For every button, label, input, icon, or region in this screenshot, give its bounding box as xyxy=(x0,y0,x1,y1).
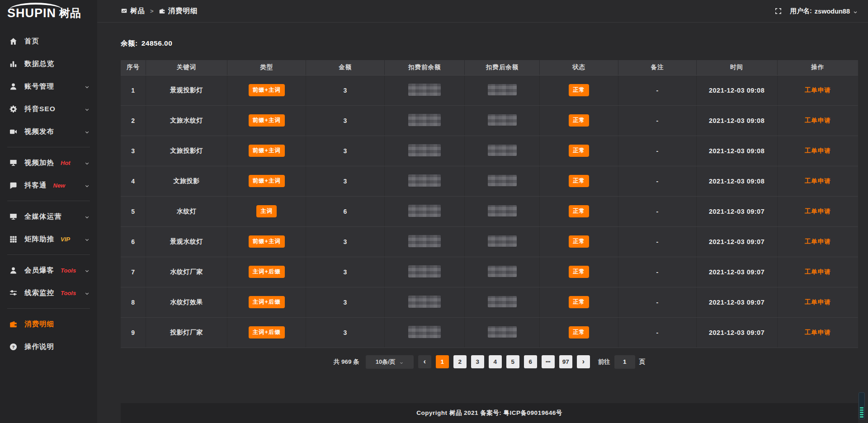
ticket-request-link[interactable]: 工单申请 xyxy=(805,299,831,306)
sidebar-item-操作说明[interactable]: ?操作说明 xyxy=(0,335,97,358)
consumption-table: 序号关键词类型金额扣费前余额扣费后余额状态备注时间操作 1景观投影灯前缀+主词3… xyxy=(121,60,858,348)
breadcrumb: 树品>消费明细 xyxy=(121,6,198,16)
sidebar-item-首页[interactable]: 首页 xyxy=(0,30,97,52)
remark-cell: - xyxy=(618,257,696,287)
breadcrumb-label: 消费明细 xyxy=(168,6,198,16)
row-index-cell: 2 xyxy=(121,105,146,136)
ticket-request-link[interactable]: 工单申请 xyxy=(805,178,831,184)
action-cell: 工单申请 xyxy=(777,196,858,226)
action-cell: 工单申请 xyxy=(777,226,858,257)
sidebar-item-label: 视频加热 xyxy=(24,158,54,168)
balance-before-cell xyxy=(385,136,465,166)
status-cell: 正常 xyxy=(540,136,618,166)
amount-cell: 3 xyxy=(306,105,385,136)
type-cell: 前缀+主词 xyxy=(227,75,306,105)
video-icon xyxy=(9,127,18,136)
row-index: 3 xyxy=(131,147,135,155)
masked-balance-before xyxy=(408,174,441,187)
ticket-request-link[interactable]: 工单申请 xyxy=(805,329,831,336)
chat-icon xyxy=(9,181,18,190)
row-index: 2 xyxy=(131,117,135,124)
column-header-关键词: 关键词 xyxy=(146,60,227,75)
time-cell: 2021-12-03 09:07 xyxy=(696,257,777,287)
ticket-request-link[interactable]: 工单申请 xyxy=(805,117,831,124)
sidebar-item-抖音SEO[interactable]: 抖音SEO xyxy=(0,98,97,120)
row-index: 4 xyxy=(131,178,135,185)
sidebar-item-消费明细[interactable]: 消费明细 xyxy=(0,313,97,335)
sidebar-item-矩阵助推[interactable]: 矩阵助推VIP xyxy=(0,228,97,250)
user-dropdown[interactable]: 用户名: zswodun88 xyxy=(790,7,859,15)
sidebar-item-线索监控[interactable]: 线索监控Tools xyxy=(0,282,97,304)
fullscreen-icon[interactable] xyxy=(774,7,782,15)
monitor-icon xyxy=(9,212,18,221)
page-button-2[interactable]: 2 xyxy=(453,355,467,368)
breadcrumb-item-消费明细[interactable]: 消费明细 xyxy=(159,6,198,16)
masked-balance-before xyxy=(408,296,441,308)
sidebar-item-视频加热[interactable]: 视频加热Hot xyxy=(0,151,97,174)
chevron-down-icon xyxy=(84,214,90,220)
sidebar-item-视频发布[interactable]: 视频发布 xyxy=(0,120,97,143)
sidebar-item-账号管理[interactable]: 账号管理 xyxy=(0,75,97,98)
page-buttons: 123456•••97 xyxy=(436,355,572,368)
keyword-text: 投影灯厂家 xyxy=(170,329,203,336)
main-area: 树品>消费明细 用户名: zswodun88 余额:24856.00 xyxy=(97,0,868,423)
prev-page-button[interactable]: ‹ xyxy=(418,355,431,368)
action-cell: 工单申请 xyxy=(777,105,858,136)
page-button-3[interactable]: 3 xyxy=(471,355,484,368)
remark-cell: - xyxy=(618,287,696,317)
action-cell: 工单申请 xyxy=(777,75,858,105)
status-cell: 正常 xyxy=(540,226,618,257)
page-button-5[interactable]: 5 xyxy=(506,355,519,368)
sidebar-divider xyxy=(7,201,90,201)
time-value: 2021-12-03 09:08 xyxy=(709,117,764,124)
member-icon xyxy=(9,266,18,275)
ticket-request-link[interactable]: 工单申请 xyxy=(805,208,831,215)
sidebar-item-数据总览[interactable]: 数据总览 xyxy=(0,52,97,75)
breadcrumb-item-树品[interactable]: 树品 xyxy=(121,6,145,16)
page-button-1[interactable]: 1 xyxy=(436,355,449,368)
page-ellipsis-button[interactable]: ••• xyxy=(542,355,555,368)
keyword-cell: 文旅水纹灯 xyxy=(146,105,227,136)
amount-value: 3 xyxy=(344,299,347,306)
masked-balance-before xyxy=(408,144,441,156)
page-button-4[interactable]: 4 xyxy=(489,355,502,368)
sidebar-item-会员爆客[interactable]: 会员爆客Tools xyxy=(0,259,97,282)
masked-balance-after xyxy=(488,114,517,126)
table-row: 8水纹灯效果主词+后缀3正常-2021-12-03 09:07工单申请 xyxy=(121,287,858,317)
corner-widget[interactable] xyxy=(859,392,865,419)
status-badge: 正常 xyxy=(569,205,589,217)
table-row: 9投影灯厂家主词+后缀3正常-2021-12-03 09:07工单申请 xyxy=(121,317,858,348)
page-button-6[interactable]: 6 xyxy=(524,355,537,368)
table-row: 3文旅投影灯前缀+主词3正常-2021-12-03 09:08工单申请 xyxy=(121,136,858,166)
chevron-down-icon xyxy=(84,268,90,273)
balance-before-cell xyxy=(385,317,465,348)
page-button-97[interactable]: 97 xyxy=(559,355,572,368)
next-page-button[interactable]: › xyxy=(577,355,590,368)
ticket-request-link[interactable]: 工单申请 xyxy=(805,268,831,275)
sidebar-item-全媒体运营[interactable]: 全媒体运营 xyxy=(0,205,97,228)
type-cell: 主词 xyxy=(227,196,306,226)
page-size-select[interactable]: 10条/页 xyxy=(366,355,414,369)
sidebar-item-label: 消费明细 xyxy=(24,320,54,329)
remark-cell: - xyxy=(618,196,696,226)
masked-balance-before xyxy=(408,84,441,96)
table-body: 1景观投影灯前缀+主词3正常-2021-12-03 09:08工单申请2文旅水纹… xyxy=(121,75,858,348)
sidebar-item-label: 全媒体运营 xyxy=(24,212,62,221)
keyword-cell: 投影灯厂家 xyxy=(146,317,227,348)
sidebar-item-抖客通[interactable]: 抖客通New xyxy=(0,174,97,197)
row-index: 7 xyxy=(131,268,135,276)
ticket-request-link[interactable]: 工单申请 xyxy=(805,238,831,245)
ticket-request-link[interactable]: 工单申请 xyxy=(805,87,831,94)
status-cell: 正常 xyxy=(540,166,618,196)
goto-page-input[interactable] xyxy=(614,355,635,369)
column-header-金额: 金额 xyxy=(306,60,385,75)
balance-before-cell xyxy=(385,226,465,257)
balance-after-cell xyxy=(465,166,540,196)
ticket-request-link[interactable]: 工单申请 xyxy=(805,147,831,154)
type-cell: 主词+后缀 xyxy=(227,317,306,348)
status-badge: 正常 xyxy=(569,145,589,157)
goto-label: 前往 xyxy=(598,358,610,366)
time-value: 2021-12-03 09:07 xyxy=(709,208,764,215)
column-header-类型: 类型 xyxy=(227,60,306,75)
remark-value: - xyxy=(656,268,658,276)
